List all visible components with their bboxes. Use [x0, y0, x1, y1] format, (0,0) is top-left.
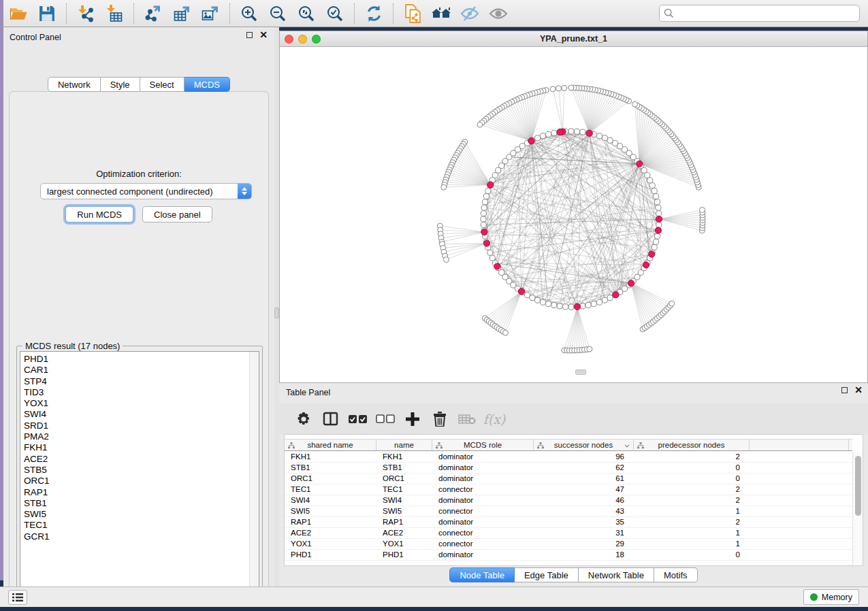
- mcds-result-item[interactable]: ACE2: [20, 454, 259, 465]
- table-row[interactable]: RAP1RAP1dominator352: [285, 517, 852, 528]
- mcds-result-item[interactable]: SWI4: [20, 409, 259, 420]
- network-graph[interactable]: [280, 47, 867, 382]
- network-mcds-node[interactable]: [481, 229, 487, 235]
- sort-descending-icon[interactable]: [625, 443, 630, 448]
- network-mcds-node[interactable]: [483, 240, 489, 246]
- export-table-icon[interactable]: [170, 3, 193, 24]
- mcds-result-item[interactable]: YOX1: [20, 398, 259, 409]
- search-input[interactable]: [677, 9, 855, 18]
- network-node[interactable]: [654, 194, 659, 199]
- network-mcds-node[interactable]: [557, 129, 563, 135]
- network-node[interactable]: [647, 178, 653, 183]
- network-node[interactable]: [602, 135, 607, 141]
- network-mcds-node[interactable]: [518, 288, 524, 295]
- mcds-result-item[interactable]: PMA2: [20, 431, 259, 442]
- houses-icon[interactable]: [430, 3, 453, 24]
- mcds-list-scrollbar[interactable]: [249, 352, 259, 594]
- table-row[interactable]: STB1STB1dominator620: [285, 463, 852, 474]
- select-all-checks-icon[interactable]: [344, 408, 372, 430]
- vertical-splitter-handle[interactable]: [274, 308, 279, 318]
- tab-motifs[interactable]: Motifs: [654, 567, 698, 582]
- network-node[interactable]: [481, 216, 486, 222]
- tab-select[interactable]: Select: [140, 77, 184, 92]
- table-scrollbar[interactable]: [852, 452, 863, 565]
- network-node[interactable]: [656, 222, 662, 227]
- mcds-result-item[interactable]: RAP1: [20, 487, 259, 498]
- tab-network-table[interactable]: Network Table: [579, 567, 654, 582]
- network-node[interactable]: [656, 205, 661, 210]
- settings-icon[interactable]: [290, 408, 317, 430]
- vertical-splitter[interactable]: [274, 27, 279, 587]
- mcds-result-item[interactable]: TID3: [20, 387, 259, 398]
- column-header-name[interactable]: name: [376, 440, 432, 450]
- network-node[interactable]: [535, 297, 541, 303]
- network-node[interactable]: [568, 304, 574, 310]
- table-row[interactable]: PHD1PHD1dominator180: [285, 550, 852, 561]
- mcds-result-item[interactable]: SWI5: [20, 509, 259, 520]
- task-history-button[interactable]: [8, 590, 27, 605]
- network-node[interactable]: [568, 129, 574, 134]
- table-row[interactable]: FKH1FKH1dominator962: [285, 452, 852, 463]
- network-node[interactable]: [612, 140, 617, 146]
- network-mcds-node[interactable]: [655, 227, 661, 233]
- network-node[interactable]: [574, 129, 579, 134]
- mcds-result-item[interactable]: GCR1: [20, 531, 259, 542]
- close-panel-button[interactable]: Close panel: [142, 206, 212, 222]
- network-mcds-node[interactable]: [487, 182, 494, 188]
- show-graphics-icon[interactable]: [487, 3, 510, 24]
- network-node[interactable]: [596, 133, 602, 139]
- network-node[interactable]: [607, 137, 613, 143]
- refresh-layout-icon[interactable]: [362, 3, 385, 24]
- add-column-icon[interactable]: [399, 408, 426, 430]
- network-node[interactable]: [524, 293, 530, 298]
- network-mcds-node[interactable]: [613, 292, 619, 298]
- network-node[interactable]: [535, 135, 541, 141]
- network-mcds-node[interactable]: [649, 251, 655, 257]
- zoom-fit-icon[interactable]: [295, 3, 318, 24]
- tab-mcds[interactable]: MCDS: [184, 77, 230, 92]
- network-node[interactable]: [557, 303, 562, 309]
- tab-edge-table[interactable]: Edge Table: [515, 567, 579, 582]
- table-scrollbar-thumb[interactable]: [855, 456, 861, 516]
- network-node[interactable]: [483, 194, 489, 199]
- network-node[interactable]: [654, 233, 660, 239]
- network-leaf-node[interactable]: [669, 301, 675, 306]
- network-node[interactable]: [551, 130, 557, 135]
- search-box[interactable]: [659, 5, 860, 22]
- network-leaf-node[interactable]: [700, 208, 705, 213]
- float-table-panel-icon[interactable]: [841, 387, 848, 393]
- mcds-result-item[interactable]: FKH1: [20, 442, 259, 453]
- duplicate-network-icon[interactable]: [401, 3, 424, 24]
- network-leaf-node[interactable]: [568, 85, 574, 90]
- network-mcds-node[interactable]: [637, 161, 643, 167]
- network-node[interactable]: [487, 250, 493, 255]
- save-session-icon[interactable]: [35, 3, 59, 24]
- memory-button[interactable]: Memory: [803, 589, 859, 605]
- network-node[interactable]: [482, 199, 487, 205]
- network-node[interactable]: [481, 211, 486, 216]
- mcds-result-list[interactable]: PHD1CAR1STP4TID3YOX1SWI4SRD1PMA2FKH1ACE2…: [20, 351, 259, 595]
- network-node[interactable]: [607, 295, 613, 301]
- network-leaf-node[interactable]: [503, 330, 509, 335]
- function-builder-icon[interactable]: f(x): [481, 408, 508, 430]
- network-node[interactable]: [656, 211, 662, 216]
- table-row[interactable]: ACE2ACE2connector311: [285, 528, 852, 539]
- close-panel-icon[interactable]: ✕: [259, 32, 268, 38]
- table-row[interactable]: SWI5SWI5connector431: [285, 506, 852, 517]
- zoom-in-icon[interactable]: [238, 3, 261, 24]
- network-leaf-node[interactable]: [587, 346, 592, 352]
- network-node[interactable]: [652, 188, 657, 193]
- tab-network[interactable]: Network: [48, 77, 101, 92]
- network-node[interactable]: [540, 133, 545, 139]
- network-node[interactable]: [596, 299, 602, 305]
- network-leaf-node[interactable]: [441, 184, 447, 190]
- table-row[interactable]: ORC1ORC1dominator610: [285, 474, 852, 484]
- mcds-result-item[interactable]: CAR1: [20, 365, 259, 376]
- network-leaf-node[interactable]: [632, 101, 638, 107]
- network-node[interactable]: [481, 205, 487, 210]
- import-table-icon[interactable]: [103, 3, 126, 24]
- float-panel-icon[interactable]: [246, 32, 253, 38]
- mcds-result-item[interactable]: SRD1: [20, 420, 259, 431]
- network-mcds-node[interactable]: [656, 216, 662, 222]
- delete-table-icon[interactable]: [453, 408, 481, 430]
